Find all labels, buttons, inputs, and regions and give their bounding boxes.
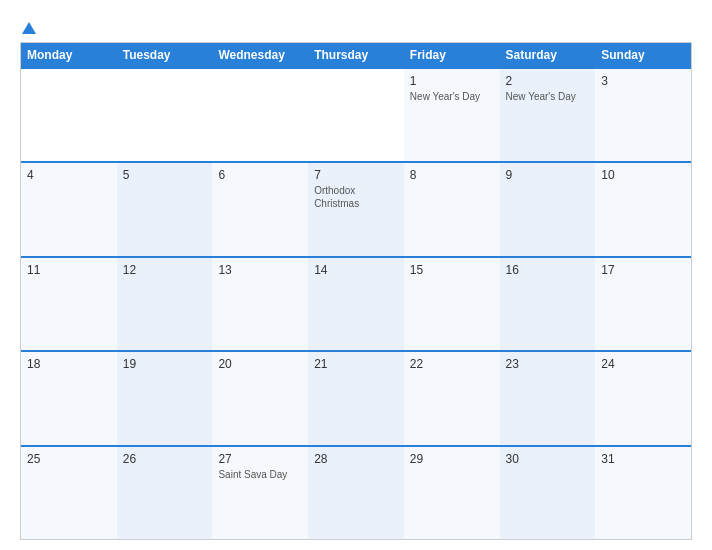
day-number: 30 bbox=[506, 452, 590, 466]
weekday-header: Monday bbox=[21, 43, 117, 67]
calendar-week: 252627Saint Sava Day28293031 bbox=[21, 445, 691, 539]
day-event: Saint Sava Day bbox=[218, 468, 302, 481]
calendar-cell: 17 bbox=[595, 258, 691, 350]
calendar-cell: 30 bbox=[500, 447, 596, 539]
day-number: 28 bbox=[314, 452, 398, 466]
day-number: 7 bbox=[314, 168, 398, 182]
calendar-cell: 3 bbox=[595, 69, 691, 161]
day-number: 17 bbox=[601, 263, 685, 277]
weekday-header: Friday bbox=[404, 43, 500, 67]
calendar-page: MondayTuesdayWednesdayThursdayFridaySatu… bbox=[0, 0, 712, 550]
calendar-cell: 11 bbox=[21, 258, 117, 350]
header bbox=[20, 18, 692, 34]
calendar-cell: 18 bbox=[21, 352, 117, 444]
calendar-cell bbox=[212, 69, 308, 161]
calendar-cell: 9 bbox=[500, 163, 596, 255]
calendar-cell: 24 bbox=[595, 352, 691, 444]
day-number: 19 bbox=[123, 357, 207, 371]
day-number: 13 bbox=[218, 263, 302, 277]
weekday-header: Wednesday bbox=[212, 43, 308, 67]
calendar-cell bbox=[117, 69, 213, 161]
calendar-cell: 14 bbox=[308, 258, 404, 350]
calendar-cell: 10 bbox=[595, 163, 691, 255]
day-number: 11 bbox=[27, 263, 111, 277]
day-number: 9 bbox=[506, 168, 590, 182]
calendar-cell: 28 bbox=[308, 447, 404, 539]
calendar-cell: 21 bbox=[308, 352, 404, 444]
day-number: 4 bbox=[27, 168, 111, 182]
calendar-cell: 13 bbox=[212, 258, 308, 350]
day-number: 16 bbox=[506, 263, 590, 277]
day-event: New Year's Day bbox=[410, 90, 494, 103]
calendar-cell: 29 bbox=[404, 447, 500, 539]
logo-triangle-icon bbox=[22, 22, 36, 34]
calendar-week: 1New Year's Day2New Year's Day3 bbox=[21, 67, 691, 161]
day-number: 24 bbox=[601, 357, 685, 371]
day-event: New Year's Day bbox=[506, 90, 590, 103]
calendar-cell: 1New Year's Day bbox=[404, 69, 500, 161]
calendar-cell: 2New Year's Day bbox=[500, 69, 596, 161]
calendar-cell: 19 bbox=[117, 352, 213, 444]
calendar-week: 11121314151617 bbox=[21, 256, 691, 350]
calendar-cell: 31 bbox=[595, 447, 691, 539]
calendar-cell: 4 bbox=[21, 163, 117, 255]
calendar-body: 1New Year's Day2New Year's Day34567Ortho… bbox=[21, 67, 691, 539]
day-number: 12 bbox=[123, 263, 207, 277]
calendar-cell: 15 bbox=[404, 258, 500, 350]
logo bbox=[20, 22, 36, 34]
calendar-cell bbox=[308, 69, 404, 161]
day-number: 1 bbox=[410, 74, 494, 88]
day-number: 27 bbox=[218, 452, 302, 466]
calendar-cell: 6 bbox=[212, 163, 308, 255]
day-number: 18 bbox=[27, 357, 111, 371]
day-number: 20 bbox=[218, 357, 302, 371]
calendar-cell: 25 bbox=[21, 447, 117, 539]
day-number: 15 bbox=[410, 263, 494, 277]
day-event: Orthodox Christmas bbox=[314, 184, 398, 210]
day-number: 8 bbox=[410, 168, 494, 182]
day-number: 29 bbox=[410, 452, 494, 466]
calendar-cell bbox=[21, 69, 117, 161]
day-number: 21 bbox=[314, 357, 398, 371]
day-number: 10 bbox=[601, 168, 685, 182]
calendar-grid: MondayTuesdayWednesdayThursdayFridaySatu… bbox=[20, 42, 692, 540]
calendar-header: MondayTuesdayWednesdayThursdayFridaySatu… bbox=[21, 43, 691, 67]
calendar-cell: 8 bbox=[404, 163, 500, 255]
calendar-cell: 26 bbox=[117, 447, 213, 539]
day-number: 22 bbox=[410, 357, 494, 371]
weekday-header: Saturday bbox=[500, 43, 596, 67]
day-number: 3 bbox=[601, 74, 685, 88]
day-number: 6 bbox=[218, 168, 302, 182]
calendar-week: 18192021222324 bbox=[21, 350, 691, 444]
calendar-week: 4567Orthodox Christmas8910 bbox=[21, 161, 691, 255]
calendar-cell: 27Saint Sava Day bbox=[212, 447, 308, 539]
weekday-header: Tuesday bbox=[117, 43, 213, 67]
weekday-header: Sunday bbox=[595, 43, 691, 67]
day-number: 31 bbox=[601, 452, 685, 466]
calendar-cell: 23 bbox=[500, 352, 596, 444]
day-number: 14 bbox=[314, 263, 398, 277]
day-number: 5 bbox=[123, 168, 207, 182]
calendar-cell: 22 bbox=[404, 352, 500, 444]
day-number: 25 bbox=[27, 452, 111, 466]
day-number: 26 bbox=[123, 452, 207, 466]
day-number: 2 bbox=[506, 74, 590, 88]
day-number: 23 bbox=[506, 357, 590, 371]
calendar-cell: 12 bbox=[117, 258, 213, 350]
calendar-cell: 20 bbox=[212, 352, 308, 444]
weekday-header: Thursday bbox=[308, 43, 404, 67]
calendar-cell: 16 bbox=[500, 258, 596, 350]
calendar-cell: 5 bbox=[117, 163, 213, 255]
calendar-cell: 7Orthodox Christmas bbox=[308, 163, 404, 255]
